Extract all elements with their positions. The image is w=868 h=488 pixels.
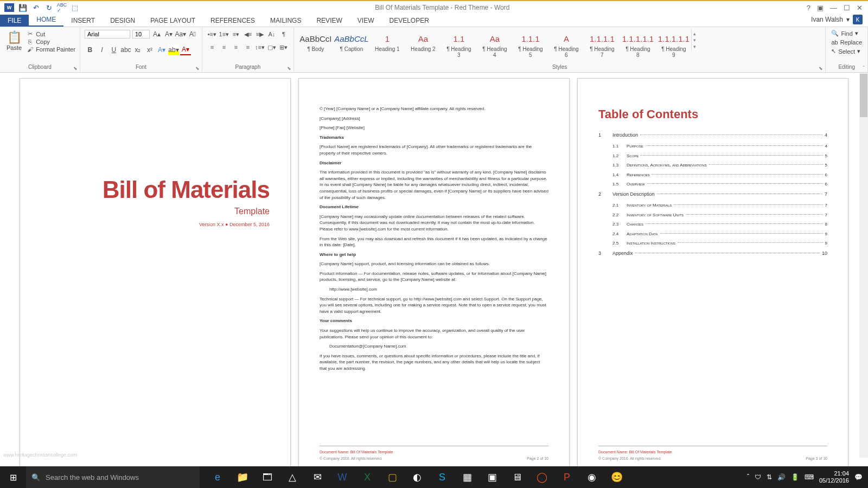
copy-button[interactable]: ⎘Copy xyxy=(26,38,75,45)
style--heading-8[interactable]: 1.1.1.1.1¶ Heading 8 xyxy=(621,29,655,60)
notes-icon[interactable]: ▢ xyxy=(380,466,405,488)
start-button[interactable]: ⊞ xyxy=(0,466,26,488)
shading-button[interactable]: ▢▾ xyxy=(266,42,277,52)
underline-button[interactable]: U xyxy=(108,44,119,55)
maximize-icon[interactable]: ☐ xyxy=(844,4,850,12)
page-1[interactable]: Bill of Materials Template Version X.x ●… xyxy=(20,78,291,470)
clipboard-launcher-icon[interactable]: ⬊ xyxy=(73,66,78,71)
save-icon[interactable]: 💾 xyxy=(18,3,27,12)
tab-developer[interactable]: DEVELOPER xyxy=(381,15,436,27)
shrink-font-button[interactable]: A▾ xyxy=(164,29,174,39)
spellcheck-icon[interactable]: ABC✓ xyxy=(58,3,66,12)
tab-page-layout[interactable]: PAGE LAYOUT xyxy=(143,15,203,27)
show-marks-button[interactable]: ¶ xyxy=(278,29,289,39)
collapse-ribbon-icon[interactable]: ˆ xyxy=(863,65,865,72)
clear-format-button[interactable]: A⃠ xyxy=(188,29,197,39)
ribbon-options-icon[interactable]: ▣ xyxy=(817,4,824,12)
style--heading-6[interactable]: A¶ Heading 6 xyxy=(549,29,584,60)
style--body[interactable]: AaBbCcI¶ Body xyxy=(298,29,333,60)
style-heading-1[interactable]: 1Heading 1 xyxy=(370,29,405,60)
tab-home[interactable]: HOME xyxy=(29,14,63,27)
tab-design[interactable]: DESIGN xyxy=(103,15,143,27)
styles-scroll-up-icon[interactable]: ▴ xyxy=(693,30,697,37)
decrease-indent-button[interactable]: ◀≡ xyxy=(242,29,253,39)
powerpoint-icon[interactable]: P xyxy=(554,466,579,488)
cut-button[interactable]: ✂Cut xyxy=(26,30,75,37)
tray-keyboard-icon[interactable]: ⌨ xyxy=(805,473,814,481)
document-area[interactable]: Bill of Materials Template Version X.x ●… xyxy=(0,73,868,470)
skype-icon[interactable]: S xyxy=(430,466,455,488)
font-launcher-icon[interactable]: ⬊ xyxy=(195,66,200,71)
multilevel-button[interactable]: ≡▾ xyxy=(231,29,241,39)
scrollbar-thumb[interactable] xyxy=(860,74,867,117)
tray-volume-icon[interactable]: 🔊 xyxy=(777,473,786,481)
select-button[interactable]: ↖Select▾ xyxy=(830,47,863,55)
align-right-button[interactable]: ≡ xyxy=(231,42,241,52)
style--heading-4[interactable]: Aa¶ Heading 4 xyxy=(477,29,512,60)
sort-button[interactable]: A↓ xyxy=(266,29,277,39)
user-menu[interactable]: Ivan Walsh ▾ K xyxy=(806,12,868,27)
highlight-button[interactable]: ab▾ xyxy=(168,44,179,55)
paragraph-launcher-icon[interactable]: ⬊ xyxy=(287,66,291,71)
app-icon-1[interactable]: 🗔 xyxy=(255,466,280,488)
tab-review[interactable]: REVIEW xyxy=(309,15,349,27)
font-color-button[interactable]: A▾ xyxy=(180,44,191,55)
subscript-button[interactable]: x₂ xyxy=(132,44,143,55)
justify-button[interactable]: ≡ xyxy=(242,42,253,52)
minimize-icon[interactable]: — xyxy=(830,4,837,12)
app-icon-6[interactable]: ◯ xyxy=(529,466,554,488)
excel-taskbar-icon[interactable]: X xyxy=(355,466,380,488)
chrome-icon[interactable]: ◉ xyxy=(579,466,604,488)
taskbar-search[interactable]: 🔍 Search the web and Windows xyxy=(26,466,200,488)
style--heading-5[interactable]: 1.1.1¶ Heading 5 xyxy=(513,29,548,60)
tray-battery-icon[interactable]: 🔋 xyxy=(791,473,799,481)
align-center-button[interactable]: ≡ xyxy=(219,42,229,52)
format-painter-button[interactable]: 🖌Format Painter xyxy=(26,46,75,53)
app-icon-3[interactable]: ▦ xyxy=(455,466,480,488)
change-case-button[interactable]: Aa▾ xyxy=(176,29,186,39)
italic-button[interactable]: I xyxy=(97,44,107,55)
page-2[interactable]: © [Year] [Company Name] or a [Company Na… xyxy=(298,78,570,470)
undo-icon[interactable]: ↶ xyxy=(31,3,40,12)
close-icon[interactable]: ✕ xyxy=(857,4,863,12)
style-heading-2[interactable]: AaHeading 2 xyxy=(406,29,441,60)
tab-references[interactable]: REFERENCES xyxy=(203,15,263,27)
help-icon[interactable]: ? xyxy=(807,4,810,12)
style--heading-3[interactable]: 1.1¶ Heading 3 xyxy=(442,29,476,60)
increase-indent-button[interactable]: ≡▶ xyxy=(254,29,265,39)
bullets-button[interactable]: •≡▾ xyxy=(207,29,218,39)
line-spacing-button[interactable]: ↕≡▾ xyxy=(254,42,265,52)
style--heading-7[interactable]: 1.1.1.1¶ Heading 7 xyxy=(585,29,620,60)
app-icon-5[interactable]: 🖥 xyxy=(505,466,529,488)
font-size-select[interactable]: 10 xyxy=(132,30,150,38)
find-button[interactable]: 🔍Find▾ xyxy=(830,29,863,37)
app-icon-2[interactable]: ◐ xyxy=(405,466,430,488)
tab-insert[interactable]: INSERT xyxy=(63,15,103,27)
edge-icon[interactable]: e xyxy=(205,466,230,488)
tray-chevron-icon[interactable]: ˆ xyxy=(747,473,749,481)
replace-button[interactable]: abReplace xyxy=(830,38,863,46)
app-icon-4[interactable]: ▣ xyxy=(480,466,505,488)
tray-network-icon[interactable]: ⇅ xyxy=(767,473,772,481)
superscript-button[interactable]: x² xyxy=(144,44,155,55)
notifications-icon[interactable]: 💬 xyxy=(854,473,863,481)
align-left-button[interactable]: ≡ xyxy=(207,42,218,52)
tab-view[interactable]: VIEW xyxy=(350,15,382,27)
strikethrough-button[interactable]: abc xyxy=(120,44,131,55)
grow-font-button[interactable]: A▴ xyxy=(152,29,162,39)
explorer-icon[interactable]: 📁 xyxy=(230,466,255,488)
word-taskbar-icon[interactable]: W xyxy=(330,466,355,488)
borders-button[interactable]: ⊞▾ xyxy=(278,42,289,52)
styles-scroll-down-icon[interactable]: ▾ xyxy=(693,37,697,43)
touch-icon[interactable]: ⬚ xyxy=(71,3,79,12)
page-3[interactable]: Table of Contents 1Introduction41.1Purpo… xyxy=(577,78,848,470)
bold-button[interactable]: B xyxy=(85,44,95,55)
text-effects-button[interactable]: A▾ xyxy=(156,44,167,55)
styles-expand-icon[interactable]: ▾ xyxy=(693,43,697,50)
style--heading-9[interactable]: 1.1.1.1.1¶ Heading 9 xyxy=(656,29,689,60)
tab-file[interactable]: FILE xyxy=(0,15,29,27)
emoji-icon[interactable]: 😊 xyxy=(604,466,629,488)
vertical-scrollbar[interactable] xyxy=(859,73,868,458)
redo-icon[interactable]: ↻ xyxy=(44,3,53,12)
tray-clock[interactable]: 21:04 05/12/2016 xyxy=(819,470,849,484)
